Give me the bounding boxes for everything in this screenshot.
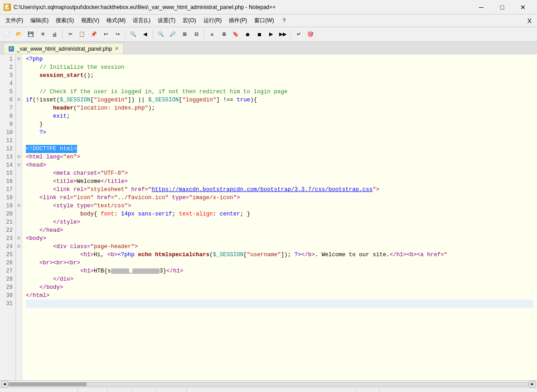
menu-plugins[interactable]: 插件(P) bbox=[225, 15, 251, 26]
app-icon: 📝 bbox=[4, 4, 11, 11]
ln-21: 21 bbox=[3, 218, 13, 226]
ln-22: 22 bbox=[3, 226, 13, 234]
code-line-24: <div class="page-header"> bbox=[26, 243, 533, 251]
status-col: Col : 1 bbox=[132, 388, 156, 392]
copy-button[interactable]: 📋 bbox=[77, 29, 87, 40]
title-bar: 📝 C:\Users\yxz\.sqlmap\output\docker.hac… bbox=[0, 0, 537, 14]
ln-27: 27 bbox=[3, 267, 13, 275]
func-header: header bbox=[53, 104, 73, 112]
print-button[interactable]: 🖨 bbox=[49, 29, 60, 40]
fold-15 bbox=[17, 169, 21, 177]
fold-24[interactable]: ⊟ bbox=[17, 243, 21, 251]
open-button[interactable]: 📂 bbox=[14, 29, 24, 40]
fold-14[interactable]: ⊟ bbox=[17, 161, 21, 169]
menu-format[interactable]: 格式(M) bbox=[103, 15, 129, 26]
macro-record[interactable]: ⏺ bbox=[242, 29, 253, 40]
fold-13[interactable]: ⊟ bbox=[17, 153, 21, 161]
macro-run[interactable]: ▶▶ bbox=[277, 29, 288, 40]
indent-button[interactable]: ≡ bbox=[207, 29, 218, 40]
menu-language[interactable]: 语言(L) bbox=[129, 15, 154, 26]
code-line-6: if(!isset($_SESSION["loggedin"]) || $_SE… bbox=[26, 96, 533, 104]
maximize-button[interactable]: □ bbox=[492, 0, 513, 14]
fold-4 bbox=[17, 80, 21, 88]
ln-3: 3 bbox=[3, 72, 13, 80]
html-close: </html> bbox=[26, 292, 50, 300]
fold-18 bbox=[17, 194, 21, 202]
find-button[interactable]: 🔍 bbox=[128, 29, 139, 40]
scroll-right[interactable]: ▶ bbox=[529, 381, 536, 388]
undo-button[interactable]: ↩ bbox=[100, 29, 111, 40]
menu-window[interactable]: 窗口(W) bbox=[251, 15, 277, 26]
fold-27 bbox=[17, 267, 21, 275]
menu-run[interactable]: 运行(R) bbox=[200, 15, 226, 26]
ln-8: 8 bbox=[3, 112, 13, 120]
fold-20 bbox=[17, 210, 21, 218]
fold-23[interactable]: ⊟ bbox=[17, 234, 21, 243]
str-location: "location: index.php" bbox=[77, 104, 149, 112]
scroll-left[interactable]: ◀ bbox=[1, 381, 8, 388]
ln-30: 30 bbox=[3, 292, 13, 300]
tab-close-button[interactable]: ✕ bbox=[115, 46, 119, 52]
fold-30 bbox=[17, 292, 21, 300]
status-bar: PHP Hypertext P length : 880 lines : 31 … bbox=[0, 387, 537, 392]
menu-edit[interactable]: 编辑(E) bbox=[27, 15, 52, 26]
ln-14: 14 bbox=[3, 161, 13, 169]
ln-31: 31 bbox=[3, 300, 13, 308]
horizontal-scrollbar[interactable]: ◀ ▶ bbox=[0, 380, 537, 387]
menu-search[interactable]: 搜索(S) bbox=[52, 15, 77, 26]
ln-7: 7 bbox=[3, 104, 13, 112]
fold-5 bbox=[17, 88, 21, 96]
menu-macro[interactable]: 宏(O) bbox=[179, 15, 199, 26]
zoom-out-button[interactable]: 🔎 bbox=[167, 29, 178, 40]
bookmark-button[interactable]: 🔖 bbox=[230, 29, 241, 40]
zoom-in-button[interactable]: 🔍 bbox=[155, 29, 166, 40]
cut-button[interactable]: ✂ bbox=[65, 29, 76, 40]
fold-19[interactable]: ⊟ bbox=[17, 202, 21, 210]
code-editor[interactable]: <?php // Initialize the session session_… bbox=[22, 54, 537, 380]
menu-close-x[interactable]: X bbox=[524, 15, 535, 26]
fold-1[interactable]: ⊟ bbox=[17, 55, 21, 63]
scrollbar-thumb[interactable] bbox=[9, 382, 87, 386]
outdent-button[interactable]: ≣ bbox=[218, 29, 229, 40]
close-button[interactable]: ✕ bbox=[513, 0, 533, 14]
code-line-13: <html lang="en"> bbox=[26, 153, 533, 161]
code-line-2: // Initialize the session bbox=[26, 63, 533, 72]
str-textcss: "text/css" bbox=[94, 202, 128, 210]
new-button[interactable]: 📄 bbox=[2, 29, 13, 40]
tb-btn1[interactable]: ⊞ bbox=[179, 29, 190, 40]
fold-2 bbox=[17, 63, 21, 72]
str-utf8: "UTF-8" bbox=[101, 169, 125, 177]
toolbar-sep-2 bbox=[125, 30, 126, 39]
menu-file[interactable]: 文件(F) bbox=[2, 15, 27, 26]
fold-indicators: ⊟ ⊟ ⊟ ⊟ ⊟ ⊟ ⊟ bbox=[16, 54, 22, 380]
ln-11: 11 bbox=[3, 137, 13, 145]
code-line-18: <link rel="icon" href="../favicon.ico" t… bbox=[26, 194, 533, 202]
fold-3 bbox=[17, 72, 21, 80]
fold-16 bbox=[17, 177, 21, 186]
tb-btn2[interactable]: ⊟ bbox=[191, 29, 202, 40]
paste-button[interactable]: 📌 bbox=[88, 29, 99, 40]
save-button[interactable]: 💾 bbox=[25, 29, 36, 40]
window-controls: ─ □ ✕ bbox=[471, 0, 533, 14]
file-tab[interactable]: P _var_www_html_administrat_panel.php ✕ bbox=[4, 43, 124, 54]
wordwrap-button[interactable]: ↵ bbox=[293, 29, 304, 40]
code-line-28: </div> bbox=[26, 275, 533, 283]
find-prev-button[interactable]: ◀ bbox=[140, 29, 150, 40]
menu-settings[interactable]: 设置(T) bbox=[154, 15, 179, 26]
fold-17 bbox=[17, 186, 21, 194]
close-doc-button[interactable]: ✕ bbox=[37, 29, 48, 40]
macro-play[interactable]: ▶ bbox=[266, 29, 276, 40]
menu-view[interactable]: 视图(V) bbox=[77, 15, 103, 26]
fold-6[interactable]: ⊟ bbox=[17, 96, 21, 104]
ln-23: 23 bbox=[3, 234, 13, 243]
bootstrap-url: https://maxcdn.bootstrapcdn.com/bootstra… bbox=[152, 186, 373, 194]
scrollbar-track[interactable] bbox=[8, 382, 529, 387]
tab-icon: P bbox=[9, 46, 14, 52]
minimize-button[interactable]: ─ bbox=[471, 0, 492, 14]
focus-button[interactable]: 🎯 bbox=[305, 29, 316, 40]
fold-22 bbox=[17, 226, 21, 234]
macro-stop[interactable]: ⏹ bbox=[254, 29, 265, 40]
redo-button[interactable]: ↪ bbox=[112, 29, 123, 40]
ln-29: 29 bbox=[3, 283, 13, 292]
menu-help[interactable]: ？ bbox=[278, 15, 290, 26]
